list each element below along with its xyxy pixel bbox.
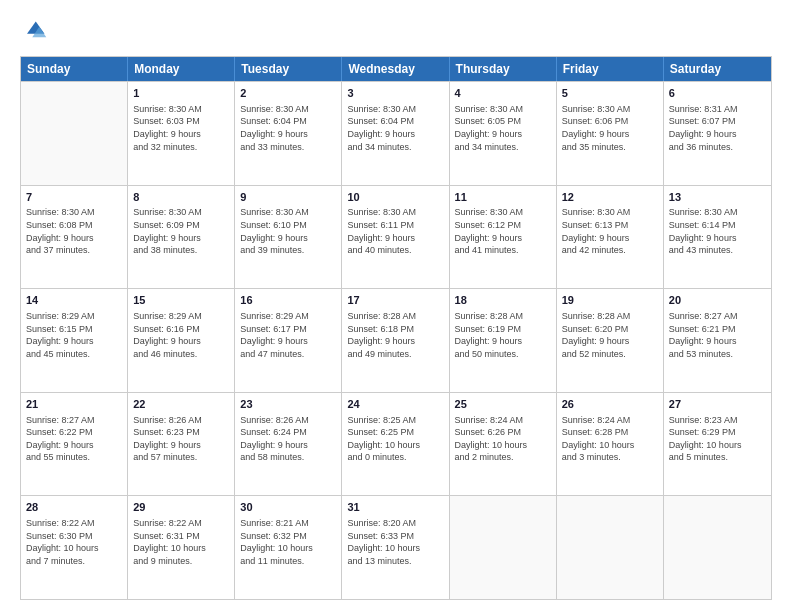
- calendar-cell: 26Sunrise: 8:24 AM Sunset: 6:28 PM Dayli…: [557, 393, 664, 496]
- day-info: Sunrise: 8:30 AM Sunset: 6:08 PM Dayligh…: [26, 206, 122, 256]
- weekday-header-wednesday: Wednesday: [342, 57, 449, 81]
- calendar-cell: 12Sunrise: 8:30 AM Sunset: 6:13 PM Dayli…: [557, 186, 664, 289]
- day-number: 4: [455, 86, 551, 101]
- calendar-row-3: 21Sunrise: 8:27 AM Sunset: 6:22 PM Dayli…: [21, 392, 771, 496]
- day-number: 21: [26, 397, 122, 412]
- day-number: 18: [455, 293, 551, 308]
- calendar-cell: 9Sunrise: 8:30 AM Sunset: 6:10 PM Daylig…: [235, 186, 342, 289]
- day-number: 20: [669, 293, 766, 308]
- day-info: Sunrise: 8:22 AM Sunset: 6:30 PM Dayligh…: [26, 517, 122, 567]
- day-number: 1: [133, 86, 229, 101]
- day-info: Sunrise: 8:30 AM Sunset: 6:04 PM Dayligh…: [347, 103, 443, 153]
- day-info: Sunrise: 8:29 AM Sunset: 6:16 PM Dayligh…: [133, 310, 229, 360]
- calendar-cell: 22Sunrise: 8:26 AM Sunset: 6:23 PM Dayli…: [128, 393, 235, 496]
- calendar-cell: 3Sunrise: 8:30 AM Sunset: 6:04 PM Daylig…: [342, 82, 449, 185]
- calendar-cell: [21, 82, 128, 185]
- day-number: 23: [240, 397, 336, 412]
- calendar-cell: 4Sunrise: 8:30 AM Sunset: 6:05 PM Daylig…: [450, 82, 557, 185]
- day-info: Sunrise: 8:24 AM Sunset: 6:26 PM Dayligh…: [455, 414, 551, 464]
- day-number: 15: [133, 293, 229, 308]
- calendar-cell: 19Sunrise: 8:28 AM Sunset: 6:20 PM Dayli…: [557, 289, 664, 392]
- day-info: Sunrise: 8:29 AM Sunset: 6:17 PM Dayligh…: [240, 310, 336, 360]
- day-info: Sunrise: 8:29 AM Sunset: 6:15 PM Dayligh…: [26, 310, 122, 360]
- calendar-cell: 6Sunrise: 8:31 AM Sunset: 6:07 PM Daylig…: [664, 82, 771, 185]
- day-number: 27: [669, 397, 766, 412]
- calendar-cell: 17Sunrise: 8:28 AM Sunset: 6:18 PM Dayli…: [342, 289, 449, 392]
- calendar-cell: [664, 496, 771, 599]
- page: SundayMondayTuesdayWednesdayThursdayFrid…: [0, 0, 792, 612]
- day-number: 8: [133, 190, 229, 205]
- day-info: Sunrise: 8:26 AM Sunset: 6:23 PM Dayligh…: [133, 414, 229, 464]
- calendar-cell: 20Sunrise: 8:27 AM Sunset: 6:21 PM Dayli…: [664, 289, 771, 392]
- day-info: Sunrise: 8:20 AM Sunset: 6:33 PM Dayligh…: [347, 517, 443, 567]
- calendar-cell: 15Sunrise: 8:29 AM Sunset: 6:16 PM Dayli…: [128, 289, 235, 392]
- calendar-cell: 29Sunrise: 8:22 AM Sunset: 6:31 PM Dayli…: [128, 496, 235, 599]
- day-info: Sunrise: 8:30 AM Sunset: 6:04 PM Dayligh…: [240, 103, 336, 153]
- day-number: 16: [240, 293, 336, 308]
- calendar-cell: 27Sunrise: 8:23 AM Sunset: 6:29 PM Dayli…: [664, 393, 771, 496]
- day-number: 2: [240, 86, 336, 101]
- day-info: Sunrise: 8:30 AM Sunset: 6:09 PM Dayligh…: [133, 206, 229, 256]
- calendar-cell: 30Sunrise: 8:21 AM Sunset: 6:32 PM Dayli…: [235, 496, 342, 599]
- day-info: Sunrise: 8:28 AM Sunset: 6:19 PM Dayligh…: [455, 310, 551, 360]
- calendar-cell: [450, 496, 557, 599]
- calendar-cell: 14Sunrise: 8:29 AM Sunset: 6:15 PM Dayli…: [21, 289, 128, 392]
- day-info: Sunrise: 8:30 AM Sunset: 6:13 PM Dayligh…: [562, 206, 658, 256]
- calendar-cell: 24Sunrise: 8:25 AM Sunset: 6:25 PM Dayli…: [342, 393, 449, 496]
- day-info: Sunrise: 8:27 AM Sunset: 6:21 PM Dayligh…: [669, 310, 766, 360]
- day-number: 6: [669, 86, 766, 101]
- calendar-row-0: 1Sunrise: 8:30 AM Sunset: 6:03 PM Daylig…: [21, 81, 771, 185]
- calendar-cell: 10Sunrise: 8:30 AM Sunset: 6:11 PM Dayli…: [342, 186, 449, 289]
- day-number: 12: [562, 190, 658, 205]
- day-info: Sunrise: 8:24 AM Sunset: 6:28 PM Dayligh…: [562, 414, 658, 464]
- day-info: Sunrise: 8:28 AM Sunset: 6:20 PM Dayligh…: [562, 310, 658, 360]
- day-info: Sunrise: 8:25 AM Sunset: 6:25 PM Dayligh…: [347, 414, 443, 464]
- day-number: 7: [26, 190, 122, 205]
- calendar-cell: 13Sunrise: 8:30 AM Sunset: 6:14 PM Dayli…: [664, 186, 771, 289]
- calendar-cell: 21Sunrise: 8:27 AM Sunset: 6:22 PM Dayli…: [21, 393, 128, 496]
- weekday-header-friday: Friday: [557, 57, 664, 81]
- calendar-cell: 5Sunrise: 8:30 AM Sunset: 6:06 PM Daylig…: [557, 82, 664, 185]
- calendar-header: SundayMondayTuesdayWednesdayThursdayFrid…: [21, 57, 771, 81]
- day-info: Sunrise: 8:28 AM Sunset: 6:18 PM Dayligh…: [347, 310, 443, 360]
- calendar-cell: 8Sunrise: 8:30 AM Sunset: 6:09 PM Daylig…: [128, 186, 235, 289]
- calendar-cell: 11Sunrise: 8:30 AM Sunset: 6:12 PM Dayli…: [450, 186, 557, 289]
- day-info: Sunrise: 8:21 AM Sunset: 6:32 PM Dayligh…: [240, 517, 336, 567]
- day-number: 22: [133, 397, 229, 412]
- weekday-header-thursday: Thursday: [450, 57, 557, 81]
- weekday-header-monday: Monday: [128, 57, 235, 81]
- calendar-cell: 23Sunrise: 8:26 AM Sunset: 6:24 PM Dayli…: [235, 393, 342, 496]
- weekday-header-tuesday: Tuesday: [235, 57, 342, 81]
- weekday-header-sunday: Sunday: [21, 57, 128, 81]
- day-info: Sunrise: 8:30 AM Sunset: 6:06 PM Dayligh…: [562, 103, 658, 153]
- day-info: Sunrise: 8:23 AM Sunset: 6:29 PM Dayligh…: [669, 414, 766, 464]
- calendar-row-1: 7Sunrise: 8:30 AM Sunset: 6:08 PM Daylig…: [21, 185, 771, 289]
- calendar-cell: 28Sunrise: 8:22 AM Sunset: 6:30 PM Dayli…: [21, 496, 128, 599]
- day-number: 9: [240, 190, 336, 205]
- day-number: 13: [669, 190, 766, 205]
- calendar-cell: 25Sunrise: 8:24 AM Sunset: 6:26 PM Dayli…: [450, 393, 557, 496]
- day-number: 11: [455, 190, 551, 205]
- day-number: 14: [26, 293, 122, 308]
- day-number: 5: [562, 86, 658, 101]
- day-info: Sunrise: 8:30 AM Sunset: 6:10 PM Dayligh…: [240, 206, 336, 256]
- calendar-cell: [557, 496, 664, 599]
- logo: [20, 18, 52, 46]
- calendar-cell: 31Sunrise: 8:20 AM Sunset: 6:33 PM Dayli…: [342, 496, 449, 599]
- calendar-cell: 16Sunrise: 8:29 AM Sunset: 6:17 PM Dayli…: [235, 289, 342, 392]
- day-number: 30: [240, 500, 336, 515]
- day-number: 25: [455, 397, 551, 412]
- day-info: Sunrise: 8:31 AM Sunset: 6:07 PM Dayligh…: [669, 103, 766, 153]
- calendar-cell: 1Sunrise: 8:30 AM Sunset: 6:03 PM Daylig…: [128, 82, 235, 185]
- calendar-row-2: 14Sunrise: 8:29 AM Sunset: 6:15 PM Dayli…: [21, 288, 771, 392]
- day-info: Sunrise: 8:30 AM Sunset: 6:11 PM Dayligh…: [347, 206, 443, 256]
- day-number: 17: [347, 293, 443, 308]
- day-info: Sunrise: 8:30 AM Sunset: 6:05 PM Dayligh…: [455, 103, 551, 153]
- day-info: Sunrise: 8:22 AM Sunset: 6:31 PM Dayligh…: [133, 517, 229, 567]
- day-info: Sunrise: 8:30 AM Sunset: 6:03 PM Dayligh…: [133, 103, 229, 153]
- calendar-cell: 7Sunrise: 8:30 AM Sunset: 6:08 PM Daylig…: [21, 186, 128, 289]
- day-number: 19: [562, 293, 658, 308]
- day-number: 24: [347, 397, 443, 412]
- calendar-cell: 18Sunrise: 8:28 AM Sunset: 6:19 PM Dayli…: [450, 289, 557, 392]
- day-number: 28: [26, 500, 122, 515]
